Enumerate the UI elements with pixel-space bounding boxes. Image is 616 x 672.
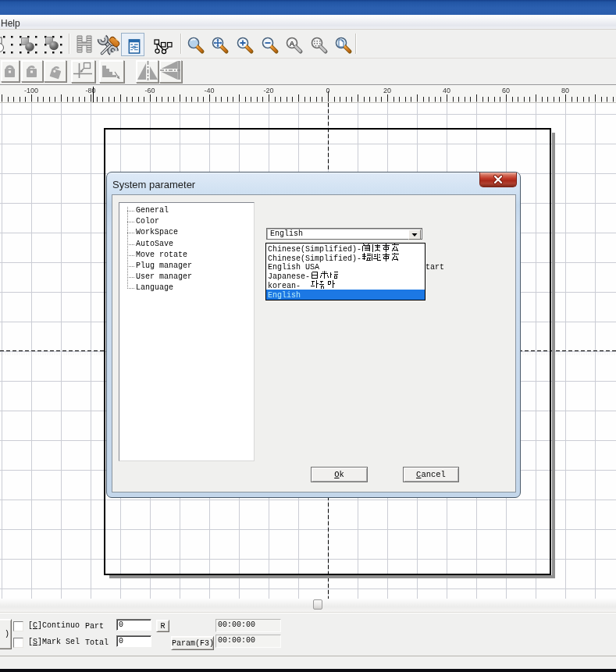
svg-text:-40: -40 [204, 87, 214, 94]
svg-text:-20: -20 [263, 87, 273, 94]
svg-text:20: 20 [383, 87, 391, 94]
svg-text:-60: -60 [144, 87, 155, 94]
svg-text:-100: -100 [24, 87, 38, 94]
svg-text:40: 40 [443, 87, 450, 94]
svg-text:0: 0 [326, 87, 329, 94]
svg-text:A: A [290, 39, 295, 48]
svg-text:80: 80 [561, 87, 569, 94]
svg-text:-80: -80 [85, 87, 95, 94]
svg-text:60: 60 [502, 87, 510, 94]
